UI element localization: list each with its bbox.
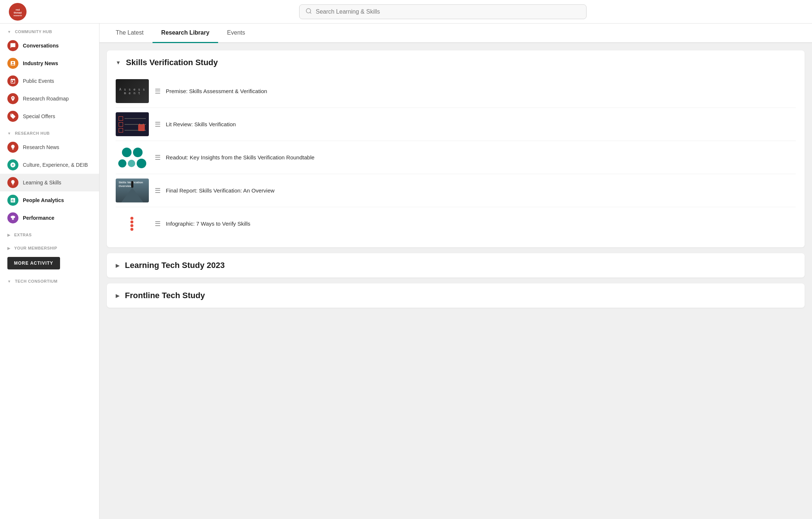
lit-review-label: Lit Review: Skills Verification	[166, 121, 236, 127]
learning-tech-title: Learning Tech Study 2023	[125, 261, 225, 270]
special-offers-label: Special Offers	[23, 113, 55, 119]
sidebar-item-industry-news[interactable]: Industry News	[0, 54, 99, 72]
header: red thread research	[0, 0, 812, 24]
frontline-tech-arrow: ▶	[116, 293, 120, 299]
infographic-label: Infographic: 7 Ways to Verify Skills	[166, 220, 251, 227]
skills-verification-title: Skills Verification Study	[126, 58, 218, 67]
sidebar-item-research-news[interactable]: Research News	[0, 138, 99, 156]
sidebar-item-public-events[interactable]: Public Events	[0, 72, 99, 90]
section-extras[interactable]: ▶ EXTRAS	[0, 227, 99, 240]
learning-skills-icon	[7, 177, 18, 188]
tab-the-latest[interactable]: The Latest	[107, 24, 153, 43]
more-activity-button[interactable]: MORE ACTIVITY	[7, 257, 60, 269]
readout-label: Readout: Key Insights from the Skills Ve…	[166, 154, 315, 160]
culture-icon	[7, 159, 18, 170]
sidebar-item-performance[interactable]: Performance	[0, 209, 99, 227]
skills-verification-header[interactable]: ▼ Skills Verification Study	[107, 50, 805, 75]
public-events-icon	[7, 75, 18, 86]
infographic-thumbnail	[116, 212, 149, 236]
final-report-label: Final Report: Skills Verification: An Ov…	[166, 187, 274, 194]
logo-icon: red thread research	[9, 3, 27, 21]
people-analytics-icon	[7, 195, 18, 206]
learning-tech-arrow: ▶	[116, 262, 120, 268]
special-offers-icon	[7, 111, 18, 122]
main-content: The Latest Research Library Events ▼ Ski…	[99, 24, 812, 519]
tab-events[interactable]: Events	[218, 24, 254, 43]
your-membership-arrow: ▶	[7, 246, 11, 250]
research-item-final-report[interactable]: Skills VerificationOverview ☰ Final Repo…	[116, 174, 796, 207]
people-analytics-label: People Analytics	[23, 197, 64, 203]
tech-consortium-label: TECH CONSORTIUM	[15, 279, 57, 283]
tech-consortium-arrow: ▼	[7, 279, 11, 283]
readout-list-icon: ☰	[155, 153, 161, 162]
sidebar-item-research-roadmap[interactable]: Research Roadmap	[0, 90, 99, 107]
readout-thumbnail	[116, 145, 149, 169]
tab-research-library[interactable]: Research Library	[153, 24, 218, 43]
research-hub-arrow: ▼	[7, 131, 11, 135]
search-input[interactable]	[316, 8, 580, 15]
lit-review-list-icon: ☰	[155, 120, 161, 128]
svg-line-5	[310, 12, 311, 13]
research-hub-label: RESEARCH HUB	[15, 131, 50, 135]
community-hub-label: COMMUNITY HUB	[15, 29, 52, 34]
research-roadmap-label: Research Roadmap	[23, 96, 69, 102]
performance-label: Performance	[23, 215, 55, 221]
research-item-lit-review[interactable]: ☰ Lit Review: Skills Verification	[116, 107, 796, 141]
search-icon	[305, 8, 312, 16]
section-community-hub[interactable]: ▼ COMMUNITY HUB	[0, 24, 99, 37]
learning-tech-header[interactable]: ▶ Learning Tech Study 2023	[107, 253, 805, 278]
final-report-list-icon: ☰	[155, 187, 161, 195]
svg-text:red: red	[16, 8, 20, 11]
research-item-readout[interactable]: ☰ Readout: Key Insights from the Skills …	[116, 141, 796, 174]
study-card-skills-verification: ▼ Skills Verification Study A s s e s s …	[107, 50, 805, 247]
layout: ▼ COMMUNITY HUB Conversations Industry N…	[0, 24, 812, 519]
sidebar-item-culture[interactable]: Culture, Experience, & DEIB	[0, 156, 99, 174]
extras-label: EXTRAS	[14, 233, 32, 237]
public-events-label: Public Events	[23, 78, 54, 84]
content-area: ▼ Skills Verification Study A s s e s s …	[99, 43, 812, 321]
research-news-label: Research News	[23, 144, 59, 150]
study-card-frontline-tech: ▶ Frontline Tech Study	[107, 283, 805, 308]
your-membership-label: YOUR MEMBERSHIP	[14, 246, 57, 250]
learning-skills-label: Learning & Skills	[23, 180, 61, 186]
sidebar: ▼ COMMUNITY HUB Conversations Industry N…	[0, 24, 99, 519]
section-tech-consortium[interactable]: ▼ TECH CONSORTIUM	[0, 273, 99, 286]
premise-thumbnail: A s s e s s m e n t	[116, 79, 149, 103]
premise-list-icon: ☰	[155, 87, 161, 95]
premise-label: Premise: Skills Assessment & Verificatio…	[166, 88, 267, 94]
industry-news-label: Industry News	[23, 60, 58, 66]
sidebar-item-learning-skills[interactable]: Learning & Skills	[0, 174, 99, 191]
research-roadmap-icon	[7, 93, 18, 104]
lit-review-thumbnail	[116, 112, 149, 136]
extras-arrow: ▶	[7, 233, 11, 237]
performance-icon	[7, 212, 18, 223]
research-item-infographic[interactable]: ☰ Infographic: 7 Ways to Verify Skills	[116, 207, 796, 240]
research-item-premise[interactable]: A s s e s s m e n t ☰ Premise: Skills As…	[116, 75, 796, 107]
section-research-hub[interactable]: ▼ RESEARCH HUB	[0, 125, 99, 138]
final-report-thumbnail: Skills VerificationOverview	[116, 179, 149, 202]
frontline-tech-title: Frontline Tech Study	[125, 291, 205, 300]
culture-label: Culture, Experience, & DEIB	[23, 162, 88, 168]
logo[interactable]: red thread research	[9, 3, 83, 21]
svg-text:thread: thread	[14, 11, 21, 14]
skills-verification-body: A s s e s s m e n t ☰ Premise: Skills As…	[107, 75, 805, 247]
tabs-bar: The Latest Research Library Events	[99, 24, 812, 43]
infographic-list-icon: ☰	[155, 220, 161, 228]
search-bar[interactable]	[299, 4, 587, 19]
section-your-membership[interactable]: ▶ YOUR MEMBERSHIP	[0, 240, 99, 253]
community-hub-arrow: ▼	[7, 30, 11, 34]
sidebar-item-conversations[interactable]: Conversations	[0, 37, 99, 54]
sidebar-item-special-offers[interactable]: Special Offers	[0, 107, 99, 125]
svg-text:research: research	[14, 14, 22, 17]
frontline-tech-header[interactable]: ▶ Frontline Tech Study	[107, 283, 805, 308]
sidebar-item-people-analytics[interactable]: People Analytics	[0, 191, 99, 209]
industry-news-icon	[7, 58, 18, 69]
conversations-label: Conversations	[23, 43, 59, 49]
skills-verification-arrow: ▼	[116, 60, 121, 66]
conversations-icon	[7, 40, 18, 51]
svg-point-4	[306, 8, 311, 13]
research-news-icon	[7, 142, 18, 153]
study-card-learning-tech: ▶ Learning Tech Study 2023	[107, 253, 805, 278]
